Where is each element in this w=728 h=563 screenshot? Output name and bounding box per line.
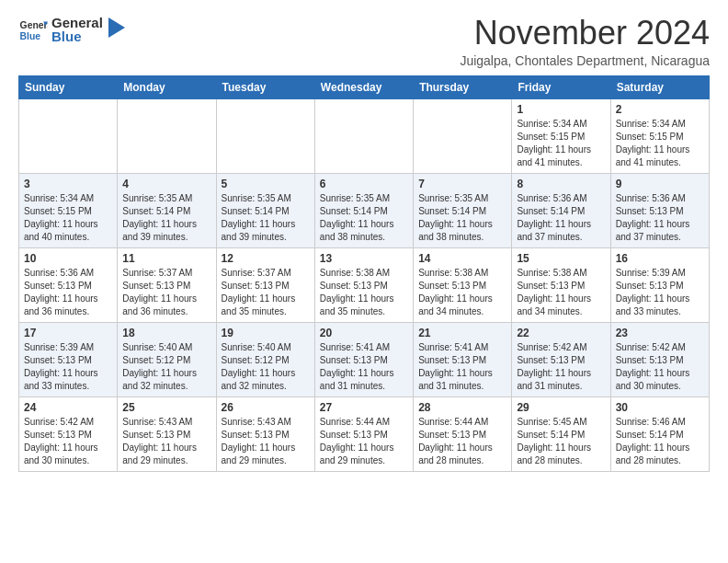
day-number: 6 xyxy=(320,178,408,190)
day-number: 5 xyxy=(222,178,310,190)
calendar-week-row: 1Sunrise: 5:34 AM Sunset: 5:15 PM Daylig… xyxy=(19,98,710,173)
day-number: 3 xyxy=(24,178,112,190)
logo-arrow-icon xyxy=(108,17,125,38)
calendar-cell: 20Sunrise: 5:41 AM Sunset: 5:13 PM Dayli… xyxy=(314,322,413,396)
title-section: November 2024 Juigalpa, Chontales Depart… xyxy=(460,15,710,68)
calendar-cell: 3Sunrise: 5:34 AM Sunset: 5:15 PM Daylig… xyxy=(19,173,118,247)
calendar-cell xyxy=(118,98,216,173)
svg-text:General: General xyxy=(20,20,48,30)
location-subtitle: Juigalpa, Chontales Department, Nicaragu… xyxy=(460,53,710,68)
day-number: 13 xyxy=(320,252,408,265)
calendar-header-wednesday: Wednesday xyxy=(314,75,413,98)
day-info: Sunrise: 5:38 AM Sunset: 5:13 PM Dayligh… xyxy=(418,267,506,318)
day-number: 7 xyxy=(418,178,506,190)
calendar-cell: 23Sunrise: 5:42 AM Sunset: 5:13 PM Dayli… xyxy=(610,322,709,396)
day-number: 18 xyxy=(122,327,210,339)
day-info: Sunrise: 5:46 AM Sunset: 5:14 PM Dayligh… xyxy=(616,416,704,467)
day-info: Sunrise: 5:40 AM Sunset: 5:12 PM Dayligh… xyxy=(222,341,310,393)
day-number: 19 xyxy=(222,327,310,339)
day-info: Sunrise: 5:37 AM Sunset: 5:13 PM Dayligh… xyxy=(122,267,210,318)
day-info: Sunrise: 5:39 AM Sunset: 5:13 PM Dayligh… xyxy=(616,267,704,318)
day-number: 24 xyxy=(24,401,112,414)
calendar-cell: 30Sunrise: 5:46 AM Sunset: 5:14 PM Dayli… xyxy=(610,396,709,471)
day-info: Sunrise: 5:34 AM Sunset: 5:15 PM Dayligh… xyxy=(24,192,112,244)
calendar-cell: 28Sunrise: 5:44 AM Sunset: 5:13 PM Dayli… xyxy=(414,396,512,471)
calendar-cell: 12Sunrise: 5:37 AM Sunset: 5:13 PM Dayli… xyxy=(216,247,314,322)
logo-icon: General Blue xyxy=(18,16,48,45)
day-info: Sunrise: 5:35 AM Sunset: 5:14 PM Dayligh… xyxy=(122,192,210,244)
day-info: Sunrise: 5:35 AM Sunset: 5:14 PM Dayligh… xyxy=(222,192,310,244)
calendar-cell xyxy=(216,98,314,173)
calendar-cell: 11Sunrise: 5:37 AM Sunset: 5:13 PM Dayli… xyxy=(118,247,216,322)
calendar-cell: 10Sunrise: 5:36 AM Sunset: 5:13 PM Dayli… xyxy=(19,247,118,322)
day-number: 10 xyxy=(24,252,112,265)
day-info: Sunrise: 5:35 AM Sunset: 5:14 PM Dayligh… xyxy=(418,192,506,244)
day-number: 2 xyxy=(616,103,704,116)
calendar-table: SundayMondayTuesdayWednesdayThursdayFrid… xyxy=(18,75,710,472)
day-number: 8 xyxy=(517,178,605,190)
calendar-cell: 18Sunrise: 5:40 AM Sunset: 5:12 PM Dayli… xyxy=(118,322,216,396)
calendar-cell: 29Sunrise: 5:45 AM Sunset: 5:14 PM Dayli… xyxy=(512,396,610,471)
day-number: 26 xyxy=(222,401,310,414)
calendar-header-row: SundayMondayTuesdayWednesdayThursdayFrid… xyxy=(19,75,710,98)
calendar-header-friday: Friday xyxy=(512,75,610,98)
calendar-cell: 19Sunrise: 5:40 AM Sunset: 5:12 PM Dayli… xyxy=(216,322,314,396)
day-number: 21 xyxy=(418,327,506,339)
day-number: 12 xyxy=(222,252,310,265)
day-info: Sunrise: 5:37 AM Sunset: 5:13 PM Dayligh… xyxy=(222,267,310,318)
day-number: 17 xyxy=(24,327,112,339)
day-info: Sunrise: 5:38 AM Sunset: 5:13 PM Dayligh… xyxy=(517,267,605,318)
day-info: Sunrise: 5:42 AM Sunset: 5:13 PM Dayligh… xyxy=(517,341,605,393)
calendar-cell: 27Sunrise: 5:44 AM Sunset: 5:13 PM Dayli… xyxy=(314,396,413,471)
day-number: 25 xyxy=(122,401,210,414)
logo-blue-text: Blue xyxy=(51,29,103,45)
day-number: 20 xyxy=(320,327,408,339)
day-number: 16 xyxy=(616,252,704,265)
day-number: 11 xyxy=(122,252,210,265)
day-info: Sunrise: 5:36 AM Sunset: 5:14 PM Dayligh… xyxy=(517,192,605,244)
calendar-cell: 4Sunrise: 5:35 AM Sunset: 5:14 PM Daylig… xyxy=(118,173,216,247)
calendar-cell: 13Sunrise: 5:38 AM Sunset: 5:13 PM Dayli… xyxy=(314,247,413,322)
day-info: Sunrise: 5:43 AM Sunset: 5:13 PM Dayligh… xyxy=(222,416,310,467)
day-info: Sunrise: 5:42 AM Sunset: 5:13 PM Dayligh… xyxy=(24,416,112,467)
svg-text:Blue: Blue xyxy=(20,30,41,40)
day-info: Sunrise: 5:34 AM Sunset: 5:15 PM Dayligh… xyxy=(517,118,605,169)
calendar-cell xyxy=(19,98,118,173)
day-number: 29 xyxy=(517,401,605,414)
day-info: Sunrise: 5:44 AM Sunset: 5:13 PM Dayligh… xyxy=(418,416,506,467)
day-number: 23 xyxy=(616,327,704,339)
calendar-header-saturday: Saturday xyxy=(610,75,709,98)
calendar-cell: 17Sunrise: 5:39 AM Sunset: 5:13 PM Dayli… xyxy=(19,322,118,396)
day-number: 15 xyxy=(517,252,605,265)
calendar-week-row: 10Sunrise: 5:36 AM Sunset: 5:13 PM Dayli… xyxy=(19,247,710,322)
calendar-cell: 1Sunrise: 5:34 AM Sunset: 5:15 PM Daylig… xyxy=(512,98,610,173)
day-number: 14 xyxy=(418,252,506,265)
calendar-cell: 24Sunrise: 5:42 AM Sunset: 5:13 PM Dayli… xyxy=(19,396,118,471)
day-number: 4 xyxy=(122,178,210,190)
day-info: Sunrise: 5:41 AM Sunset: 5:13 PM Dayligh… xyxy=(418,341,506,393)
calendar-cell: 25Sunrise: 5:43 AM Sunset: 5:13 PM Dayli… xyxy=(118,396,216,471)
day-info: Sunrise: 5:36 AM Sunset: 5:13 PM Dayligh… xyxy=(24,267,112,318)
day-info: Sunrise: 5:42 AM Sunset: 5:13 PM Dayligh… xyxy=(616,341,704,393)
calendar-header-tuesday: Tuesday xyxy=(216,75,314,98)
calendar-header-monday: Monday xyxy=(118,75,216,98)
day-info: Sunrise: 5:36 AM Sunset: 5:13 PM Dayligh… xyxy=(616,192,704,244)
calendar-cell: 7Sunrise: 5:35 AM Sunset: 5:14 PM Daylig… xyxy=(414,173,512,247)
calendar-cell: 2Sunrise: 5:34 AM Sunset: 5:15 PM Daylig… xyxy=(610,98,709,173)
day-info: Sunrise: 5:43 AM Sunset: 5:13 PM Dayligh… xyxy=(122,416,210,467)
month-title: November 2024 xyxy=(460,15,710,52)
day-info: Sunrise: 5:44 AM Sunset: 5:13 PM Dayligh… xyxy=(320,416,408,467)
calendar-cell xyxy=(314,98,413,173)
day-number: 27 xyxy=(320,401,408,414)
day-number: 30 xyxy=(616,401,704,414)
calendar-header-sunday: Sunday xyxy=(19,75,118,98)
day-number: 28 xyxy=(418,401,506,414)
day-info: Sunrise: 5:38 AM Sunset: 5:13 PM Dayligh… xyxy=(320,267,408,318)
logo: General Blue General Blue xyxy=(18,15,125,45)
day-number: 1 xyxy=(517,103,605,116)
calendar-cell xyxy=(414,98,512,173)
day-info: Sunrise: 5:35 AM Sunset: 5:14 PM Dayligh… xyxy=(320,192,408,244)
calendar-header-thursday: Thursday xyxy=(414,75,512,98)
calendar-cell: 21Sunrise: 5:41 AM Sunset: 5:13 PM Dayli… xyxy=(414,322,512,396)
day-info: Sunrise: 5:34 AM Sunset: 5:15 PM Dayligh… xyxy=(616,118,704,169)
